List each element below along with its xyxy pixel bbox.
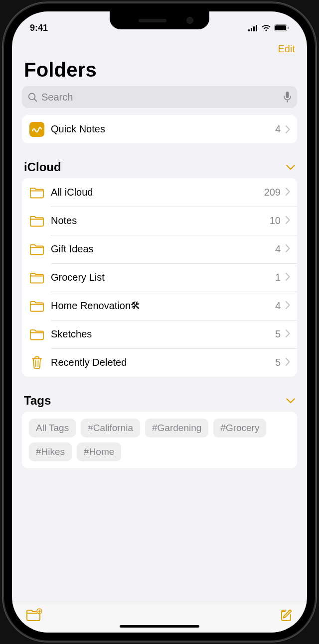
folder-count: 209 [264,187,281,198]
mic-icon[interactable] [284,92,291,103]
cellular-icon [248,25,258,31]
folder-row[interactable]: Gift Ideas4 [22,235,297,263]
folder-label: Notes [51,215,270,226]
new-folder-icon [26,608,43,622]
svg-rect-3 [256,25,257,31]
svg-rect-5 [275,25,286,30]
folder-label: Home Renovation🛠 [51,300,275,312]
folder-icon [29,326,45,342]
search-icon [28,93,37,102]
chevron-right-icon [286,301,290,311]
folder-icon [29,213,45,229]
wifi-icon [261,24,271,31]
edit-button[interactable]: Edit [278,43,295,55]
nav-bar: Edit [12,38,307,57]
quick-notes-card: Quick Notes 4 [22,115,297,143]
content: Edit Folders Search Quick Notes 4 [12,11,307,633]
icloud-title: iCloud [24,160,61,174]
folder-label: Recently Deleted [51,357,275,368]
svg-rect-9 [286,92,289,98]
tag-chip[interactable]: All Tags [29,419,76,437]
folder-count: 1 [275,272,281,283]
chevron-right-icon [286,216,290,226]
quick-notes-row[interactable]: Quick Notes 4 [22,115,297,143]
icloud-folders-card: All iCloud209Notes10Gift Ideas4Grocery L… [22,178,297,377]
compose-button[interactable] [279,608,293,624]
quick-notes-label: Quick Notes [51,123,275,135]
folder-icon [29,270,45,286]
page-title: Folders [12,57,307,86]
tag-chip[interactable]: #Gardening [145,419,208,437]
folder-icon [29,241,45,257]
folder-count: 4 [275,243,281,255]
chevron-right-icon [286,244,290,254]
status-time: 9:41 [30,23,48,33]
compose-icon [279,608,293,622]
folder-count: 4 [275,300,281,312]
search-field[interactable]: Search [22,86,297,108]
tag-chip[interactable]: #Home [77,442,121,461]
icloud-header[interactable]: iCloud [12,152,307,178]
tag-chip[interactable]: #Grocery [213,419,266,437]
svg-rect-6 [288,27,289,29]
folder-row[interactable]: Recently Deleted5 [22,348,297,377]
tag-chip[interactable]: #Hikes [29,442,72,461]
folder-row[interactable]: Home Renovation🛠4 [22,292,297,320]
new-folder-button[interactable] [26,608,43,624]
svg-rect-1 [251,28,252,31]
battery-icon [274,24,289,31]
folder-row[interactable]: Sketches5 [22,320,297,348]
folder-count: 10 [270,215,281,226]
chevron-right-icon [286,329,290,339]
folder-row[interactable]: Notes10 [22,207,297,235]
status-indicators [248,24,289,31]
folder-icon [29,185,45,201]
folder-label: Sketches [51,328,275,340]
front-camera [186,17,193,24]
scroll-area[interactable]: Quick Notes 4 iCloud All iCloud209Notes1… [12,115,307,602]
folder-label: Gift Ideas [51,243,275,255]
svg-rect-2 [253,26,255,31]
folder-label: All iCloud [51,187,264,198]
folder-icon [29,298,45,314]
quick-note-icon [29,121,45,137]
phone-frame: 9:41 Edit Folders Search [3,2,316,642]
svg-rect-0 [248,29,250,31]
folder-count: 5 [275,357,281,368]
bottom-toolbar [12,602,307,633]
tags-card: All Tags#California#Gardening#Grocery#Hi… [22,412,297,468]
chevron-right-icon [286,125,290,133]
folder-count: 5 [275,328,281,340]
chevron-right-icon [286,188,290,198]
svg-line-8 [34,99,37,102]
search-placeholder: Search [41,92,280,103]
tags-header[interactable]: Tags [12,386,307,412]
folder-row[interactable]: All iCloud209 [22,178,297,207]
notch [110,11,209,29]
screen: 9:41 Edit Folders Search [12,11,307,633]
trash-icon [29,355,45,371]
speaker [139,19,166,22]
tag-chip[interactable]: #California [81,419,140,437]
chevron-right-icon [286,358,290,368]
folder-row[interactable]: Grocery List1 [22,263,297,292]
tags-title: Tags [24,394,51,408]
chevron-down-icon [286,165,295,170]
chevron-down-icon [286,398,295,404]
quick-notes-count: 4 [275,123,281,135]
chevron-right-icon [286,273,290,283]
folder-label: Grocery List [51,272,275,283]
home-indicator[interactable] [120,625,199,628]
